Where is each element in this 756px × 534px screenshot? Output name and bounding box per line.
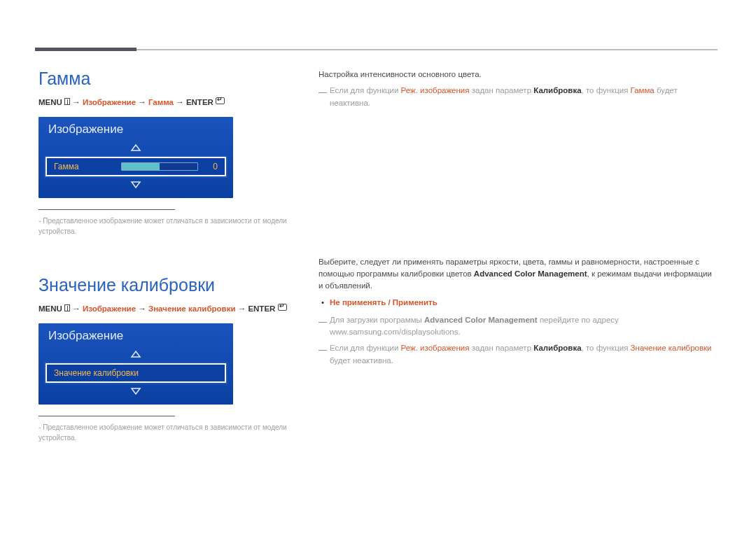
menu-icon [64,98,70,105]
breadcrumb-menu-label: MENU [38,304,62,313]
gamma-description: Настройка интенсивности основного цвета. [318,69,718,80]
arrow-icon: → [138,304,148,313]
osd-row-label: Значение калибровки [54,368,139,378]
divider [38,416,175,416]
osd-slider[interactable] [121,162,198,171]
osd-panel-gamma: Изображение Гамма 0 [38,117,233,198]
section-title-calibration: Значение калибровки [38,275,304,295]
osd-nav-up[interactable] [38,347,233,362]
breadcrumb-step-image: Изображение [83,98,136,106]
content-columns: Гамма MENU → Изображение → Гамма → ENTER… [38,69,718,468]
breadcrumb-gamma: MENU → Изображение → Гамма → ENTER [38,97,304,106]
arrow-icon: → [138,98,148,106]
osd-nav-down[interactable] [38,384,233,399]
image-disclaimer: -Представленное изображение может отлича… [38,422,304,443]
left-column: Гамма MENU → Изображение → Гамма → ENTER… [38,69,304,468]
osd-nav-down[interactable] [38,178,233,192]
right-column: Настройка интенсивности основного цвета.… [304,69,718,468]
section-title-gamma: Гамма [38,69,304,89]
arrow-icon: → [238,304,248,313]
arrow-icon: → [72,304,83,313]
svg-marker-2 [132,351,140,357]
breadcrumb-step-calibration: Значение калибровки [148,304,236,313]
osd-panel-calibration: Изображение Значение калибровки [38,323,233,405]
enter-icon [278,304,287,311]
calibration-options: • Не применять / Применить [318,297,718,309]
enter-icon [216,97,225,104]
menu-icon [64,304,70,311]
osd-row-calibration[interactable]: Значение калибровки [46,363,226,383]
osd-panel-title: Изображение [38,323,233,347]
osd-row-gamma[interactable]: Гамма 0 [46,157,226,176]
section-calibration: Значение калибровки MENU → Изображение →… [38,275,304,443]
osd-row-value: 0 [202,162,218,171]
arrow-icon: → [72,98,83,106]
svg-marker-1 [132,182,140,188]
gamma-note: ― Если для функции Реж. изображения зада… [318,85,718,109]
slider-track [121,162,198,171]
osd-nav-up[interactable] [38,141,233,155]
divider [38,209,175,210]
chevron-up-icon [130,144,141,151]
arrow-icon: → [176,98,186,106]
calibration-inactive-note: ― Если для функции Реж. изображения зада… [318,342,718,367]
chevron-down-icon [130,388,141,395]
breadcrumb-enter-label: ENTER [186,98,214,106]
breadcrumb-step-gamma: Гамма [148,98,174,106]
chevron-down-icon [130,181,141,188]
page: Гамма MENU → Изображение → Гамма → ENTER… [0,0,756,534]
section-gamma: Гамма MENU → Изображение → Гамма → ENTER… [38,69,304,237]
svg-marker-0 [132,145,140,150]
svg-marker-3 [132,388,140,394]
breadcrumb-menu-label: MENU [38,98,62,106]
calibration-description: Выберите, следует ли применять параметры… [318,256,718,293]
image-disclaimer: -Представленное изображение может отлича… [38,216,304,237]
calibration-download-note: ― Для загрузки программы Advanced Color … [318,314,718,339]
calibration-text-block: Выберите, следует ли применять параметры… [318,256,718,367]
breadcrumb-enter-label: ENTER [248,304,275,313]
breadcrumb-step-image: Изображение [83,304,136,313]
slider-fill [122,163,160,170]
breadcrumb-calibration: MENU → Изображение → Значение калибровки… [38,304,304,313]
osd-panel-title: Изображение [38,117,233,141]
horizontal-rule [35,49,718,50]
osd-row-label: Гамма [54,162,117,171]
chevron-up-icon [130,351,141,358]
horizontal-rule-accent [35,48,136,51]
